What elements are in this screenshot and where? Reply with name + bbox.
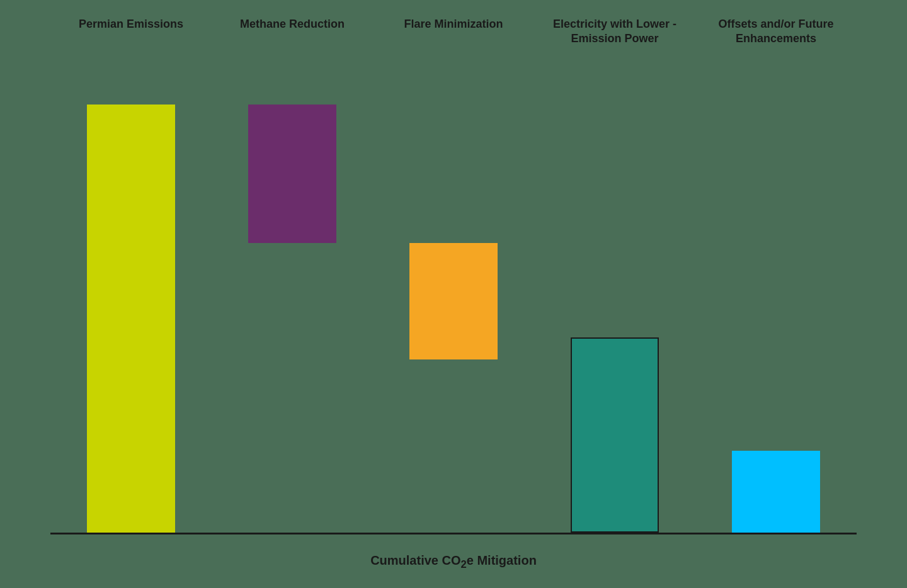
bar-column-electricity [534,53,695,533]
bar-column-methane [212,53,373,533]
label-flare: Flare Minimization [373,17,534,47]
bar-permian [87,105,175,533]
bar-column-flare [373,53,534,533]
label-permian: Permian Emissions [50,17,212,47]
bar-flare [409,243,498,359]
bar-column-offsets [695,53,857,533]
bar-offsets [732,451,820,533]
label-offsets: Offsets and/or Future Enhancements [695,17,857,47]
chart-area: Cumulative CO2e Mitigation [25,53,882,571]
label-electricity: Electricity with Lower -Emission Power [534,17,695,47]
x-axis-label: Cumulative CO2e Mitigation [25,553,882,571]
chart-container: Permian Emissions Methane Reduction Flar… [25,17,882,571]
x-axis-line [50,533,857,534]
label-methane: Methane Reduction [212,17,373,47]
bar-column-permian [50,53,212,533]
bars-row [25,53,882,533]
bar-methane [248,105,336,243]
chart-labels-row: Permian Emissions Methane Reduction Flar… [25,17,882,47]
bar-electricity [571,337,659,533]
